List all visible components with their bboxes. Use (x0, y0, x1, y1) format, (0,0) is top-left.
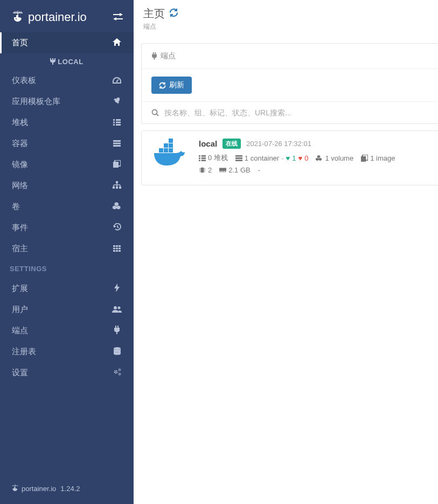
sidebar-item-stacks[interactable]: 堆栈 (0, 112, 134, 133)
svg-rect-29 (113, 245, 115, 247)
svg-line-8 (117, 79, 119, 81)
page-header: 主页 端点 (134, 0, 438, 36)
plug-icon (112, 326, 122, 336)
svg-rect-69 (201, 168, 204, 172)
version-text: 1.24.2 (60, 485, 80, 493)
sidebar-item-label: 端点 (12, 326, 28, 336)
sidebar-toggle-icon[interactable] (113, 13, 123, 22)
sidebar-item-host[interactable]: 宿主 (0, 238, 134, 259)
sidebar-item-dashboard[interactable]: 仪表板 (0, 70, 134, 91)
svg-point-43 (115, 371, 117, 373)
stat-stacks: 0 堆栈 (199, 153, 228, 163)
svg-rect-63 (201, 160, 206, 161)
svg-rect-15 (113, 140, 121, 142)
sidebar-item-label: 注册表 (12, 347, 36, 357)
endpoints-panel: 端点 刷新 (141, 43, 438, 124)
database-icon (112, 347, 122, 357)
svg-rect-31 (119, 245, 121, 247)
search-input[interactable] (164, 108, 428, 117)
svg-rect-67 (361, 156, 366, 161)
stat-volumes: 1 volume (316, 154, 353, 162)
svg-point-50 (152, 110, 157, 115)
stat-images: 1 image (361, 154, 395, 162)
svg-rect-61 (201, 157, 206, 159)
sidebar-item-label: 首页 (12, 38, 28, 48)
stat-extra: - (258, 166, 260, 174)
svg-rect-23 (119, 187, 121, 189)
svg-rect-41 (117, 326, 119, 328)
stat-cpus: 2 (199, 166, 212, 174)
sidebar-item-extensions[interactable]: 扩展 (0, 278, 134, 299)
portainer-icon-small (11, 484, 19, 493)
sidebar-item-users[interactable]: 用户 (0, 299, 134, 320)
svg-point-44 (119, 369, 120, 371)
svg-rect-48 (153, 52, 154, 54)
sitemap-icon (112, 181, 122, 190)
sidebar-item-label: 宿主 (12, 244, 28, 254)
svg-rect-62 (199, 160, 200, 161)
status-badge: 在线 (223, 139, 241, 149)
svg-rect-14 (116, 124, 121, 126)
endpoint-stats-row-1: 0 堆栈 1 container - ♥1 ♥0 1 volume 1 imag… (199, 153, 428, 163)
footer-logo[interactable]: portainer.io (11, 484, 56, 493)
svg-point-38 (114, 306, 117, 309)
sidebar-item-label: 镜像 (12, 160, 28, 170)
svg-rect-64 (235, 155, 242, 156)
docker-logo-icon (151, 139, 189, 171)
sidebar-section-settings: SETTINGS (0, 259, 134, 278)
svg-rect-60 (199, 157, 200, 159)
sidebar-item-images[interactable]: 镜像 (0, 154, 134, 175)
endpoint-card[interactable]: local 在线 2021-07-26 17:32:01 0 堆栈 1 cont… (141, 130, 438, 185)
svg-rect-37 (119, 250, 121, 252)
svg-rect-17 (113, 145, 121, 147)
refresh-icon[interactable] (169, 8, 178, 20)
svg-rect-16 (113, 143, 121, 144)
sidebar-item-home[interactable]: 首页 (0, 32, 134, 53)
sidebar: portainer.io 首页 LOCAL 仪表板 应用模板仓库 堆栈 容器 (0, 0, 134, 504)
sidebar-item-app-templates[interactable]: 应用模板仓库 (0, 91, 134, 112)
sidebar-section-local: LOCAL (0, 53, 134, 70)
microchip-icon (199, 167, 206, 174)
sidebar-item-volumes[interactable]: 卷 (0, 196, 134, 217)
panel-header: 端点 (142, 44, 438, 69)
endpoint-stats-row-2: 2 2.1 GB - (199, 166, 428, 174)
svg-point-6 (16, 18, 17, 19)
refresh-button[interactable]: 刷新 (151, 77, 192, 94)
svg-rect-32 (113, 248, 115, 250)
svg-rect-13 (113, 124, 115, 126)
brand-text: portainer.io (28, 10, 87, 24)
sidebar-item-events[interactable]: 事件 (0, 217, 134, 238)
portainer-icon (11, 10, 25, 25)
plug-icon (50, 58, 55, 65)
users-icon (112, 305, 122, 314)
endpoint-info: local 在线 2021-07-26 17:32:01 0 堆栈 1 cont… (199, 139, 428, 177)
svg-point-42 (114, 347, 121, 350)
svg-point-39 (118, 307, 121, 309)
memory-icon (219, 167, 226, 174)
sidebar-item-label: 网络 (12, 181, 28, 191)
brand-logo[interactable]: portainer.io (11, 10, 87, 25)
svg-rect-58 (199, 155, 200, 156)
panel-title: 端点 (161, 51, 176, 61)
endpoint-title-row: local 在线 2021-07-26 17:32:01 (199, 139, 428, 149)
svg-rect-55 (164, 143, 168, 148)
sidebar-item-registries[interactable]: 注册表 (0, 341, 134, 362)
plug-icon (151, 52, 157, 60)
stat-containers: 1 container - ♥1 ♥0 (235, 154, 309, 162)
sidebar-item-networks[interactable]: 网络 (0, 175, 134, 196)
svg-rect-40 (115, 326, 116, 328)
refresh-icon (159, 82, 166, 89)
home-icon (112, 38, 122, 47)
server-icon (112, 139, 122, 148)
sidebar-item-label: 扩展 (12, 284, 28, 294)
history-icon (112, 223, 122, 232)
svg-rect-77 (220, 171, 221, 172)
svg-rect-11 (113, 122, 115, 123)
svg-point-45 (119, 374, 120, 375)
sidebar-item-settings[interactable]: 设置 (0, 362, 134, 383)
svg-rect-76 (219, 168, 226, 171)
sidebar-item-endpoints[interactable]: 端点 (0, 320, 134, 341)
sidebar-item-containers[interactable]: 容器 (0, 133, 134, 154)
svg-rect-18 (113, 162, 119, 168)
heartbeat-unhealthy-icon: ♥ (298, 154, 302, 162)
